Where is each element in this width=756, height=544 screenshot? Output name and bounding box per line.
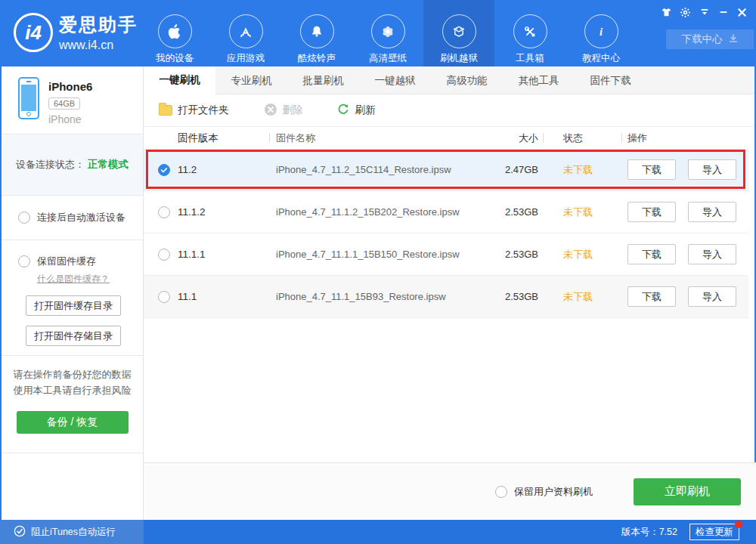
auto-activate-checkbox[interactable] xyxy=(18,212,30,224)
download-center-button[interactable]: 下载中心 xyxy=(666,29,754,49)
folder-icon xyxy=(159,105,172,116)
col-firmware-name: 固件名称 xyxy=(276,131,474,145)
keep-cache-label: 保留固件缓存 xyxy=(37,255,96,268)
firmware-row-11-1-1[interactable]: 11.1.1 iPhone_4.7_11.1.1_15B150_Restore.… xyxy=(144,233,748,276)
flash-jailbreak-icon xyxy=(442,14,476,48)
keep-user-data-radio[interactable] xyxy=(495,486,507,498)
app-logo: i4 爱思助手 www.i4.cn xyxy=(14,13,138,52)
firmware-row-11-2[interactable]: 11.2 iPhone_4.7_11.2_15C114_Restore.ipsw… xyxy=(144,149,748,191)
firmware-radio[interactable] xyxy=(158,291,170,303)
check-circle-icon xyxy=(14,525,26,539)
minimize-icon[interactable] xyxy=(714,5,733,20)
import-firmware-button[interactable]: 导入 xyxy=(688,244,736,264)
refresh-label: 刷新 xyxy=(355,104,376,117)
app-url: www.i4.cn xyxy=(59,39,138,52)
download-firmware-button[interactable]: 下载 xyxy=(627,159,676,180)
open-storage-dir-button[interactable]: 打开固件存储目录 xyxy=(26,326,121,346)
settings-gear-icon[interactable] xyxy=(676,5,695,20)
bell-icon xyxy=(300,14,334,48)
firmware-radio[interactable] xyxy=(158,206,170,218)
delete-button[interactable]: 删除 xyxy=(264,103,303,119)
nav-item-apps-games[interactable]: 应用游戏 xyxy=(210,0,281,66)
backup-restore-button[interactable]: 备份 / 恢复 xyxy=(17,411,129,434)
firmware-cache-section: 保留固件缓存 什么是固件缓存？ 打开固件缓存目录 打开固件存储目录 xyxy=(2,240,143,355)
tab-firmware-download[interactable]: 固件下载 xyxy=(575,66,646,94)
column-divider xyxy=(621,133,622,143)
nav-label: 我的设备 xyxy=(156,52,194,65)
open-folder-button[interactable]: 打开文件夹 xyxy=(159,104,229,117)
firmware-status: 未下载 xyxy=(538,290,627,304)
import-firmware-button[interactable]: 导入 xyxy=(688,202,736,222)
delete-circle-icon xyxy=(264,103,277,119)
firmware-size: 2.53GB xyxy=(474,249,538,260)
firmware-row-11-1-2[interactable]: 11.1.2 iPhone_4.7_11.1.2_15B202_Restore.… xyxy=(144,191,748,233)
firmware-version: 11.1 xyxy=(178,291,276,302)
connection-status-value: 正常模式 xyxy=(88,158,129,172)
nav-item-wallpapers[interactable]: 高清壁纸 xyxy=(352,0,423,66)
close-icon[interactable] xyxy=(733,5,751,20)
warning-text-line2: 使用本工具请自行承担风险 xyxy=(2,382,143,398)
import-firmware-button[interactable]: 导入 xyxy=(688,159,736,180)
app-window: i4 爱思助手 www.i4.cn 我的设备 应用游戏 xyxy=(0,0,756,544)
firmware-size: 2.53GB xyxy=(474,206,538,218)
table-header: 固件版本 固件名称 大小 状态 操作 xyxy=(144,127,748,149)
auto-activate-label: 连接后自动激活设备 xyxy=(37,211,125,224)
keep-cache-checkbox[interactable] xyxy=(18,255,30,267)
nav-item-my-device[interactable]: 我的设备 xyxy=(139,0,210,66)
tab-bar: 一键刷机 专业刷机 批量刷机 一键越狱 高级功能 其他工具 固件下载 xyxy=(144,66,754,94)
what-is-cache-link[interactable]: 什么是固件缓存？ xyxy=(37,273,110,286)
firmware-filename: iPhone_4.7_11.1.1_15B150_Restore.ipsw xyxy=(276,249,474,260)
download-firmware-button[interactable]: 下载 xyxy=(627,286,676,307)
toolbox-icon xyxy=(513,14,547,48)
column-divider xyxy=(269,133,270,143)
flash-now-button[interactable]: 立即刷机 xyxy=(634,478,741,505)
version-label: 版本号：7.52 xyxy=(621,526,677,539)
tab-one-click-flash[interactable]: 一键刷机 xyxy=(144,66,215,94)
connection-status: 设备连接状态： 正常模式 xyxy=(2,134,143,196)
window-controls xyxy=(657,5,751,20)
apple-icon xyxy=(158,14,192,48)
download-firmware-button[interactable]: 下载 xyxy=(627,202,676,222)
nav-label: 酷炫铃声 xyxy=(298,52,336,65)
firmware-size: 2.47GB xyxy=(474,164,538,175)
check-update-label: 检查更新 xyxy=(696,527,733,537)
import-firmware-button[interactable]: 导入 xyxy=(688,286,736,307)
firmware-status: 未下载 xyxy=(538,163,627,177)
col-actions: 操作 xyxy=(627,131,748,145)
firmware-status: 未下载 xyxy=(538,248,627,261)
skin-icon[interactable] xyxy=(657,5,676,20)
nav-item-flash-jailbreak[interactable]: 刷机越狱 xyxy=(423,0,494,66)
top-navigation: 我的设备 应用游戏 酷炫铃声 高清壁纸 xyxy=(139,0,637,66)
tutorial-info-icon: i xyxy=(584,14,618,48)
app-title: 爱思助手 xyxy=(59,13,138,37)
firmware-filename: iPhone_4.7_11.1_15B93_Restore.ipsw xyxy=(276,291,474,302)
firmware-filename: iPhone_4.7_11.1.2_15B202_Restore.ipsw xyxy=(276,206,474,218)
menu-icon[interactable] xyxy=(695,5,714,20)
check-update-button[interactable]: 检查更新 xyxy=(689,524,739,540)
status-bar: 阻止iTunes自动运行 版本号：7.52 检查更新 xyxy=(0,520,756,544)
device-capacity-badge: 64GB xyxy=(48,97,80,110)
nav-item-tutorials[interactable]: i 教程中心 xyxy=(565,0,637,66)
keep-user-data-label: 保留用户资料刷机 xyxy=(514,485,593,499)
firmware-radio[interactable] xyxy=(158,249,170,261)
backup-warning-section: 请在操作前备份好您的数据 使用本工具请自行承担风险 备份 / 恢复 xyxy=(2,355,143,453)
prevent-itunes-toggle[interactable]: 阻止iTunes自动运行 xyxy=(0,520,144,544)
nav-item-toolbox[interactable]: 工具箱 xyxy=(494,0,565,66)
tab-advanced[interactable]: 高级功能 xyxy=(431,66,503,94)
nav-label: 应用游戏 xyxy=(227,52,265,65)
refresh-button[interactable]: 刷新 xyxy=(336,103,376,119)
tab-pro-flash[interactable]: 专业刷机 xyxy=(215,66,287,94)
firmware-row-11-1[interactable]: 11.1 iPhone_4.7_11.1_15B93_Restore.ipsw … xyxy=(144,276,748,318)
list-toolbar: 打开文件夹 删除 刷新 xyxy=(144,94,754,127)
tab-one-click-jailbreak[interactable]: 一键越狱 xyxy=(359,66,431,94)
tab-batch-flash[interactable]: 批量刷机 xyxy=(287,66,359,94)
nav-item-ringtones[interactable]: 酷炫铃声 xyxy=(281,0,352,66)
tab-other-tools[interactable]: 其他工具 xyxy=(503,66,575,94)
firmware-version: 11.1.2 xyxy=(178,206,276,218)
device-model: iPhone xyxy=(48,113,92,125)
col-size: 大小 xyxy=(474,131,538,145)
download-firmware-button[interactable]: 下载 xyxy=(627,244,676,264)
firmware-radio-selected[interactable] xyxy=(158,164,170,176)
nav-label: 刷机越狱 xyxy=(440,52,478,65)
open-cache-dir-button[interactable]: 打开固件缓存目录 xyxy=(26,295,121,316)
